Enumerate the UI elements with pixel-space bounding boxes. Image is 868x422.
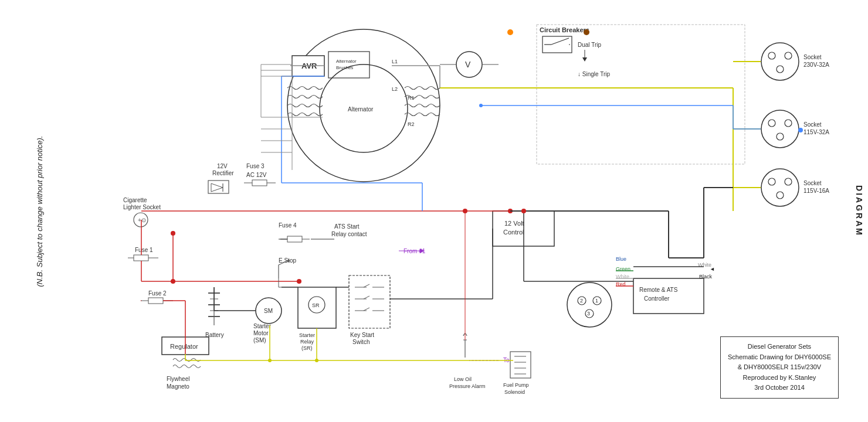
svg-text:Black: Black — [699, 274, 713, 280]
svg-text:+⊙: +⊙ — [138, 217, 146, 223]
svg-point-0 — [287, 29, 440, 182]
svg-point-31 — [785, 120, 792, 127]
svg-text:Switch: Switch — [352, 339, 369, 345]
svg-point-36 — [761, 169, 799, 206]
svg-text:Brushes: Brushes — [336, 65, 353, 70]
svg-text:ATS Start: ATS Start — [334, 223, 360, 230]
svg-point-25 — [785, 52, 792, 59]
svg-text:Remote & ATS: Remote & ATS — [639, 287, 678, 293]
svg-text:R1: R1 — [408, 95, 415, 101]
svg-point-29 — [761, 110, 799, 148]
svg-text:↓ Single Trip: ↓ Single Trip — [578, 71, 610, 77]
svg-text:Rectifier: Rectifier — [212, 170, 234, 176]
svg-point-189 — [521, 209, 526, 213]
svg-text:Fuse 1: Fuse 1 — [135, 247, 153, 253]
svg-text:Blue: Blue — [616, 256, 626, 262]
svg-text:230V-32A: 230V-32A — [803, 62, 829, 68]
svg-text:R2: R2 — [408, 121, 415, 127]
svg-text:Magneto: Magneto — [167, 383, 189, 390]
svg-point-149 — [479, 104, 483, 107]
diagram-container: (N.B. Subject to change without prior no… — [0, 0, 868, 422]
svg-text:Motor: Motor — [253, 330, 269, 336]
svg-text:Socket: Socket — [803, 54, 822, 60]
svg-text:Socket: Socket — [803, 180, 822, 186]
svg-point-168 — [315, 359, 318, 362]
svg-text:AC 12V: AC 12V — [246, 172, 267, 178]
svg-text:Relay: Relay — [300, 339, 314, 345]
svg-text:Fuse 3: Fuse 3 — [246, 163, 265, 169]
svg-point-35 — [798, 128, 803, 132]
svg-text:Socket: Socket — [803, 121, 822, 128]
svg-text:Key Start: Key Start — [350, 332, 374, 338]
svg-text:1: 1 — [595, 298, 598, 304]
svg-text:Flywheel: Flywheel — [167, 376, 189, 382]
svg-text:Controller: Controller — [644, 295, 670, 302]
svg-point-159 — [297, 279, 301, 284]
svg-text:12 Volt: 12 Volt — [504, 220, 524, 227]
svg-text:Battery: Battery — [205, 332, 224, 338]
svg-text:Dual Trip: Dual Trip — [578, 42, 601, 48]
svg-text:Fuel Pump: Fuel Pump — [503, 382, 529, 388]
svg-text:Circuit Breakers: Circuit Breakers — [540, 26, 589, 33]
svg-text:2: 2 — [580, 298, 583, 304]
svg-text:Cigarette: Cigarette — [123, 197, 147, 203]
svg-rect-127 — [148, 298, 163, 304]
svg-point-30 — [768, 120, 775, 127]
svg-point-32 — [777, 133, 784, 140]
svg-text:115V-32A: 115V-32A — [803, 129, 829, 135]
svg-text:3: 3 — [587, 311, 590, 316]
svg-point-206 — [584, 29, 589, 35]
svg-rect-119 — [252, 180, 267, 186]
svg-point-80 — [287, 260, 290, 262]
svg-text:Fuse 4: Fuse 4 — [279, 222, 297, 229]
svg-text:L2: L2 — [392, 86, 398, 92]
svg-point-219 — [463, 209, 467, 213]
svg-text:SR: SR — [312, 302, 320, 308]
svg-point-26 — [777, 66, 784, 73]
svg-text:L1: L1 — [392, 59, 398, 64]
svg-point-205 — [507, 29, 513, 35]
svg-point-156 — [171, 231, 175, 236]
wiring-diagram-svg: Alternator Brushes Alternator L1 L2 R1 R… — [0, 0, 868, 422]
svg-point-24 — [768, 52, 775, 59]
svg-text:(SM): (SM) — [253, 337, 266, 343]
svg-point-48 — [567, 283, 612, 327]
svg-text:Regulator: Regulator — [170, 343, 198, 350]
svg-text:V: V — [465, 60, 471, 69]
svg-marker-21 — [582, 57, 587, 62]
svg-text:SM: SM — [264, 308, 273, 314]
svg-point-23 — [761, 43, 799, 80]
svg-text:Low Oil: Low Oil — [454, 376, 472, 382]
svg-point-37 — [768, 178, 775, 185]
svg-text:Lighter Socket: Lighter Socket — [123, 204, 161, 210]
svg-text:Starter: Starter — [299, 332, 315, 338]
svg-rect-96 — [287, 236, 302, 242]
svg-text:Control: Control — [503, 229, 524, 236]
svg-text:115V-16A: 115V-16A — [803, 188, 829, 194]
svg-text:(SR): (SR) — [301, 345, 313, 351]
svg-text:Pressure Alarm: Pressure Alarm — [449, 383, 486, 389]
svg-point-38 — [785, 178, 792, 185]
svg-text:12V: 12V — [217, 163, 228, 169]
svg-text:◄: ◄ — [710, 266, 715, 272]
svg-rect-123 — [134, 255, 148, 261]
svg-line-17 — [551, 38, 569, 45]
svg-text:Starter: Starter — [253, 323, 272, 329]
svg-rect-81 — [349, 275, 390, 328]
svg-point-39 — [777, 192, 784, 199]
svg-text:Relay contact: Relay contact — [331, 231, 367, 237]
svg-text:Alternator: Alternator — [336, 59, 357, 64]
svg-text:Alternator: Alternator — [348, 106, 374, 113]
svg-text:Solenoid: Solenoid — [504, 389, 525, 395]
svg-text:Fuse 2: Fuse 2 — [148, 290, 167, 297]
